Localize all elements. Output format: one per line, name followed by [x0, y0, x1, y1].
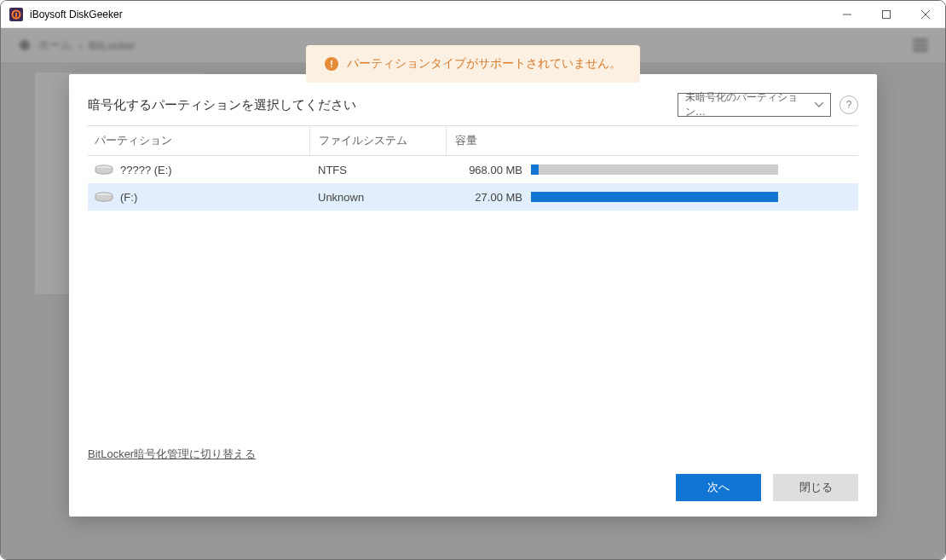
usage-bar-fill	[531, 165, 539, 175]
chevron-down-icon	[815, 102, 823, 107]
window-controls	[828, 1, 945, 28]
usage-bar	[531, 165, 778, 175]
app-title: iBoysoft DiskGeeker	[30, 9, 123, 20]
warning-toast: ! パーティションタイプがサポートされていません。	[306, 45, 640, 83]
usage-bar	[531, 192, 778, 202]
fs-cell: NTFS	[309, 156, 446, 183]
partition-name-cell: (F:)	[88, 191, 309, 204]
col-header-capacity: 容量	[446, 126, 531, 155]
partition-name-cell: ????? (E:)	[88, 164, 309, 176]
app-window: iBoysoft DiskGeeker ホーム › BitLocker	[0, 0, 946, 560]
minimize-icon	[843, 10, 851, 19]
warning-icon: !	[325, 57, 338, 71]
title-left: iBoysoft DiskGeeker	[9, 8, 123, 21]
partition-name: (F:)	[120, 191, 137, 204]
maximize-button[interactable]	[867, 1, 906, 28]
help-button[interactable]: ?	[839, 95, 858, 114]
help-icon: ?	[846, 99, 852, 111]
disk-icon	[95, 192, 113, 202]
titlebar: iBoysoft DiskGeeker	[1, 1, 945, 28]
partition-name: ????? (E:)	[120, 164, 172, 176]
warning-message: パーティションタイプがサポートされていません。	[347, 56, 621, 72]
table-header: パーティション ファイルシステム 容量	[88, 125, 858, 156]
app-icon	[9, 8, 23, 21]
col-header-name: パーティション	[88, 133, 309, 148]
modal-header: 暗号化するパーティションを選択してください 未暗号化のパーティション… ?	[88, 93, 858, 117]
fs-cell: Unknown	[309, 183, 446, 211]
close-window-button[interactable]	[906, 1, 945, 28]
table-body: ????? (E:) NTFS 968.00 MB (F:) Unknown 2…	[88, 156, 858, 211]
table-row[interactable]: (F:) Unknown 27.00 MB	[88, 183, 858, 211]
close-icon	[921, 10, 930, 19]
modal-title: 暗号化するパーティションを選択してください	[88, 97, 356, 113]
usage-bar-cell	[531, 165, 858, 175]
close-button[interactable]: 閉じる	[773, 474, 858, 501]
filter-dropdown-label: 未暗号化のパーティション…	[685, 90, 815, 119]
modal-footer: BitLocker暗号化管理に切り替える 次へ 閉じる	[88, 446, 858, 501]
modal-header-right: 未暗号化のパーティション… ?	[678, 93, 858, 117]
modal-buttons: 次へ 閉じる	[88, 474, 858, 501]
disk-icon	[95, 165, 113, 175]
usage-bar-fill	[531, 192, 778, 202]
maximize-icon	[882, 10, 891, 19]
next-button[interactable]: 次へ	[676, 474, 761, 501]
switch-bitlocker-link[interactable]: BitLocker暗号化管理に切り替える	[88, 447, 256, 462]
minimize-button[interactable]	[828, 1, 867, 28]
svg-rect-4	[883, 10, 891, 18]
table-row[interactable]: ????? (E:) NTFS 968.00 MB	[88, 156, 858, 183]
capacity-cell: 968.00 MB	[446, 156, 531, 183]
filter-dropdown[interactable]: 未暗号化のパーティション…	[678, 93, 831, 117]
select-partition-modal: 暗号化するパーティションを選択してください 未暗号化のパーティション… ? パー…	[69, 74, 877, 517]
capacity-cell: 27.00 MB	[446, 183, 531, 211]
col-header-fs: ファイルシステム	[309, 126, 446, 155]
svg-rect-2	[15, 13, 17, 17]
usage-bar-cell	[531, 192, 858, 202]
